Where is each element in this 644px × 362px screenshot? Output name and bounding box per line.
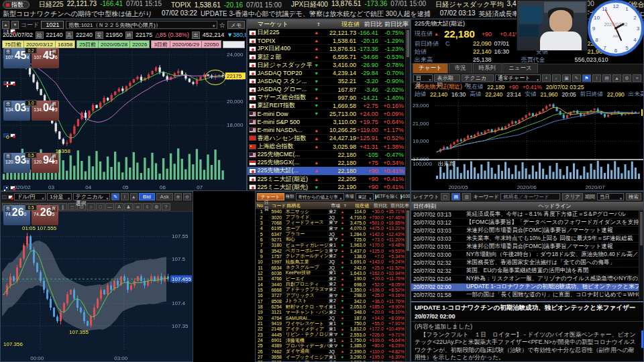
col-change-pct[interactable]: 前日比率: [382, 20, 410, 29]
headline-row[interactable]: 20/07/02 02:00UPDATE 1-コロナワクチンの初期治験成功、独ビ…: [411, 284, 639, 292]
settings-icon[interactable]: ⚙: [152, 203, 161, 210]
technical-button[interactable]: テクニカル: [462, 74, 494, 82]
display-period-button[interactable]: 表示期間: [434, 74, 460, 82]
pencil-icon[interactable]: ✎: [572, 74, 581, 82]
ticker-category-badge[interactable]: 指数: [3, 1, 30, 9]
tab-時系列[interactable]: 時系列: [473, 63, 502, 73]
headline-row[interactable]: 20/07/02 03:12【FOMC議事要旨】「データベースのフォワードガイダ…: [411, 219, 639, 227]
watchlist-row[interactable]: 日経225▲22,121.73-166.41-0.75%: [248, 29, 405, 37]
chart-type-select[interactable]: 通常チャート: [495, 74, 541, 82]
camera-icon[interactable]: ▣: [562, 74, 571, 82]
range-input[interactable]: [223, 41, 245, 48]
us-flag-icon: [249, 119, 256, 125]
symbol-down-button[interactable]: ▼: [11, 21, 19, 29]
ranking-row[interactable]: 254389プロパティデータバンク東マ▼1,385.0+80.0+6.23%: [256, 343, 405, 349]
zoom-in-icon[interactable]: ⊕: [174, 193, 182, 200]
help-icon[interactable]: ?: [162, 203, 170, 210]
code-input[interactable]: 1021: [41, 21, 64, 29]
headline-row[interactable]: 20/07/02 03:03米失業率、年末時点でも10%上回る 回復に最大5年＝…: [411, 235, 639, 243]
news-scrollbar[interactable]: [639, 210, 643, 300]
link-icon[interactable]: ∞: [133, 203, 142, 210]
watchlist-row[interactable]: E-mini S&P 5003,110.00+19.75+0.64%: [248, 119, 405, 127]
article-scrollbar[interactable]: [641, 330, 643, 348]
article-viewer: UPDATE 1-コロナワクチンの初期治験成功、独ビオンテックと米ファイザー 2…: [411, 301, 643, 361]
headline-row[interactable]: 20/07/02 03:03米連邦公開市場委員会(FOMC)議事要旨／マーケット…: [411, 227, 639, 235]
keyword-input[interactable]: 銘柄名／キーワード: [500, 193, 560, 200]
zoom-icon[interactable]: ⌕: [552, 74, 561, 82]
exclude-etf-checkbox[interactable]: [375, 194, 376, 199]
usdjpy-1min-chart[interactable]: [1, 212, 193, 361]
rect-icon[interactable]: □: [96, 203, 105, 210]
fx-pair-select[interactable]: ドル/円: [14, 193, 46, 200]
circle-icon[interactable]: ○: [87, 203, 95, 210]
favorite-star-icon[interactable]: ☆: [219, 21, 225, 29]
watchlist-row[interactable]: 225ミニ大証(期先)▼22,190+90+0.41%: [248, 184, 405, 191]
ask-toggle[interactable]: Ask: [156, 193, 173, 200]
reference-range-box[interactable]: 3日前2020/06/2922050: [151, 40, 221, 48]
col-headline[interactable]: ヘッドライン: [466, 202, 643, 210]
ranking-row[interactable]: 101997暁飯島工業JQ▲1,691.0+143.0+9.24%: [256, 259, 405, 265]
ranking-row[interactable]: 193121マーチャント・バンカーズ東2▼348.0+20.0+6.10%: [256, 310, 405, 315]
flag-icon[interactable]: ⚑: [582, 74, 591, 82]
watchlist-row[interactable]: 日経ジャスダック平均▼3,416.00-26.90-0.78%: [248, 62, 405, 70]
col-datetime[interactable]: 日付/時刻: [411, 202, 466, 210]
wrench-icon[interactable]: ⚙: [623, 74, 631, 82]
pencil-icon[interactable]: ✎: [111, 193, 119, 200]
col-price[interactable]: 現在値: [323, 20, 360, 29]
symbol-up-button[interactable]: ▲: [2, 21, 9, 29]
hline-icon[interactable]: —: [105, 203, 114, 210]
svg-text:3: 3: [637, 25, 640, 32]
col-tick[interactable]: T: [314, 22, 323, 27]
chart-style-icon[interactable]: ▲: [130, 193, 138, 200]
layout3-icon[interactable]: ▥: [462, 193, 471, 200]
ranking-row[interactable]: 15940不二サッシ東2▲114.0+30.0+35.71%: [256, 209, 405, 215]
search-button[interactable]: 検索: [626, 193, 641, 200]
headline-row[interactable]: 20/07/02 03:01米連邦公開市場委員会(FOMC)議事要旨／マーケット…: [411, 243, 639, 251]
col-change[interactable]: 前日比: [360, 20, 382, 29]
ranking-scrollbar[interactable]: [405, 209, 410, 361]
article-body[interactable]: (内容を追加しました)【フランクフルト １日 ロイター】 - ドイツのバイオ医薬…: [411, 322, 643, 362]
fx-period-select[interactable]: 1分足: [47, 193, 72, 200]
watchlist-header: マーケット T 現在値 前日比 前日比率: [248, 19, 410, 29]
eraser-icon[interactable]: ◊: [143, 203, 152, 210]
print-icon[interactable]: ≡: [633, 74, 641, 82]
period-select[interactable]: 日足: [413, 74, 433, 82]
bid-toggle[interactable]: Bid: [139, 193, 155, 200]
watchlist-row[interactable]: E-mini Dow▼25,713.00+24.00+0.09%: [248, 110, 405, 118]
tab-チャート[interactable]: チャート: [413, 63, 448, 73]
futures-daily-chart[interactable]: [411, 98, 643, 190]
period-select[interactable]: 当日: [597, 193, 624, 200]
instrument-select[interactable]: 指数:1021（Ｎ２２５先物(中心限月)）: [66, 21, 217, 29]
fx-technical-select[interactable]: テクニカル選択: [73, 193, 111, 200]
crosshair-icon[interactable]: +: [542, 74, 551, 82]
col-market[interactable]: マーケット: [258, 20, 314, 29]
reference-range-box[interactable]: 25日前2020/05/2822026: [76, 40, 150, 48]
text-icon[interactable]: A: [115, 203, 123, 210]
headline-row[interactable]: 20/07/02 02:04NY外為：リスクオン一服、アリゾナのウイルス感染急増…: [411, 276, 639, 284]
ranking-row[interactable]: 46195ホープ東マ▼4,070.0+475.0+13.21%: [256, 226, 405, 231]
info-icon[interactable]: i: [592, 74, 601, 82]
layout-icon[interactable]: ▤: [602, 74, 611, 82]
headline-row[interactable]: 20/07/02 03:00NY市場動向（午後2時台）：ダウ18ドル安、原油先物…: [411, 251, 639, 259]
pin-icon[interactable]: ♟: [124, 203, 133, 210]
ranking-type-select[interactable]: 寄付からの値上り率: [296, 193, 344, 200]
headline-row[interactable]: 20/07/02 02:32米国務長官、香港国家安全法施行は「全ての国への侮辱」: [411, 259, 639, 267]
market-select[interactable]: 東証: [356, 193, 374, 200]
clear-button[interactable]: クリア: [562, 193, 583, 200]
exclude-under100-checkbox[interactable]: [400, 194, 402, 199]
tab-ニュース[interactable]: ニュース: [502, 63, 538, 73]
zoom-out-icon[interactable]: ⊖: [183, 193, 191, 200]
layout2-icon[interactable]: ▤: [451, 193, 460, 200]
tab-市況[interactable]: 市況: [449, 63, 472, 73]
area-icon[interactable]: ▲: [612, 74, 621, 82]
layout1-icon[interactable]: ▢: [441, 193, 449, 200]
memo-button[interactable]: メモ: [227, 21, 245, 29]
ranking-row[interactable]: 91757クレアホールディングス東2▲138.0+7.0+5.34%: [256, 254, 405, 259]
watchlist-scrollbar[interactable]: [405, 29, 410, 190]
headline-row[interactable]: 20/07/02 02:32英国、EUの金融事業継続措置の活用申請を再開: [411, 267, 639, 276]
info-icon[interactable]: i: [121, 193, 129, 200]
headline-row[interactable]: 20/07/02 01:58一部の国は「長く困難な道のり」に直面、コロナ封じ込め…: [411, 292, 639, 300]
jp-flag-icon: [249, 62, 256, 68]
headline-row[interactable]: 20/07/02 03:13英経済成長率、今年は－8.1% 再度下方修正＝S＆P…: [411, 210, 639, 219]
watchlist-row[interactable]: 東証REIT指数▼1,669.58+2.75+0.16%: [248, 102, 405, 110]
